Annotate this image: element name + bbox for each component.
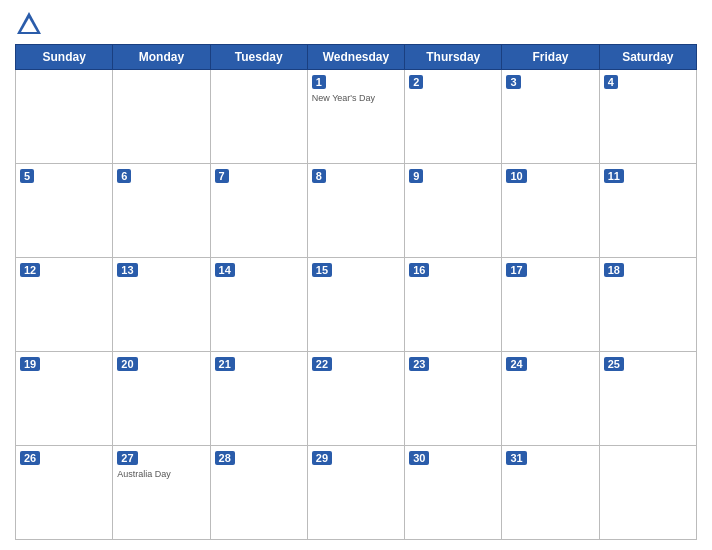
day-number: 12 (20, 263, 40, 277)
holiday-label: New Year's Day (312, 93, 400, 103)
calendar-cell: 16 (405, 258, 502, 352)
calendar-cell: 4 (599, 70, 696, 164)
logo (15, 10, 47, 38)
weekday-header-monday: Monday (113, 45, 210, 70)
day-number: 24 (506, 357, 526, 371)
week-row-2: 567891011 (16, 164, 697, 258)
day-number: 1 (312, 75, 326, 89)
calendar-cell: 27Australia Day (113, 446, 210, 540)
weekday-header-wednesday: Wednesday (307, 45, 404, 70)
weekday-header-thursday: Thursday (405, 45, 502, 70)
calendar-cell: 9 (405, 164, 502, 258)
calendar-cell: 19 (16, 352, 113, 446)
day-number: 6 (117, 169, 131, 183)
calendar-cell: 20 (113, 352, 210, 446)
calendar-cell (599, 446, 696, 540)
day-number: 16 (409, 263, 429, 277)
day-number: 21 (215, 357, 235, 371)
weekday-header-tuesday: Tuesday (210, 45, 307, 70)
day-number: 18 (604, 263, 624, 277)
calendar-table: SundayMondayTuesdayWednesdayThursdayFrid… (15, 44, 697, 540)
calendar-header (15, 10, 697, 38)
week-row-1: 1New Year's Day234 (16, 70, 697, 164)
calendar-cell: 12 (16, 258, 113, 352)
week-row-4: 19202122232425 (16, 352, 697, 446)
day-number: 23 (409, 357, 429, 371)
calendar-cell: 30 (405, 446, 502, 540)
calendar-cell: 18 (599, 258, 696, 352)
calendar-cell: 2 (405, 70, 502, 164)
weekday-header-friday: Friday (502, 45, 599, 70)
calendar-cell: 3 (502, 70, 599, 164)
calendar-cell: 25 (599, 352, 696, 446)
day-number: 20 (117, 357, 137, 371)
calendar-cell (113, 70, 210, 164)
calendar-cell: 11 (599, 164, 696, 258)
day-number: 17 (506, 263, 526, 277)
calendar-cell: 14 (210, 258, 307, 352)
calendar-cell: 21 (210, 352, 307, 446)
day-number: 29 (312, 451, 332, 465)
week-row-3: 12131415161718 (16, 258, 697, 352)
weekday-header-row: SundayMondayTuesdayWednesdayThursdayFrid… (16, 45, 697, 70)
week-row-5: 2627Australia Day28293031 (16, 446, 697, 540)
calendar-cell: 24 (502, 352, 599, 446)
weekday-header-saturday: Saturday (599, 45, 696, 70)
day-number: 26 (20, 451, 40, 465)
calendar-cell: 13 (113, 258, 210, 352)
calendar-cell: 29 (307, 446, 404, 540)
calendar-cell: 23 (405, 352, 502, 446)
calendar-cell: 31 (502, 446, 599, 540)
calendar-cell: 22 (307, 352, 404, 446)
general-blue-icon (15, 10, 43, 38)
day-number: 9 (409, 169, 423, 183)
day-number: 8 (312, 169, 326, 183)
day-number: 5 (20, 169, 34, 183)
day-number: 31 (506, 451, 526, 465)
day-number: 15 (312, 263, 332, 277)
day-number: 13 (117, 263, 137, 277)
calendar-cell: 6 (113, 164, 210, 258)
day-number: 28 (215, 451, 235, 465)
day-number: 22 (312, 357, 332, 371)
calendar-cell: 26 (16, 446, 113, 540)
calendar-cell: 1New Year's Day (307, 70, 404, 164)
calendar-cell: 28 (210, 446, 307, 540)
day-number: 10 (506, 169, 526, 183)
day-number: 30 (409, 451, 429, 465)
day-number: 25 (604, 357, 624, 371)
calendar-cell: 7 (210, 164, 307, 258)
day-number: 27 (117, 451, 137, 465)
calendar-cell: 15 (307, 258, 404, 352)
holiday-label: Australia Day (117, 469, 205, 479)
day-number: 2 (409, 75, 423, 89)
day-number: 7 (215, 169, 229, 183)
calendar-cell: 8 (307, 164, 404, 258)
day-number: 4 (604, 75, 618, 89)
weekday-header-sunday: Sunday (16, 45, 113, 70)
day-number: 14 (215, 263, 235, 277)
calendar-cell: 17 (502, 258, 599, 352)
calendar-cell: 5 (16, 164, 113, 258)
calendar-cell: 10 (502, 164, 599, 258)
calendar-cell (16, 70, 113, 164)
calendar-cell (210, 70, 307, 164)
day-number: 3 (506, 75, 520, 89)
day-number: 11 (604, 169, 624, 183)
day-number: 19 (20, 357, 40, 371)
